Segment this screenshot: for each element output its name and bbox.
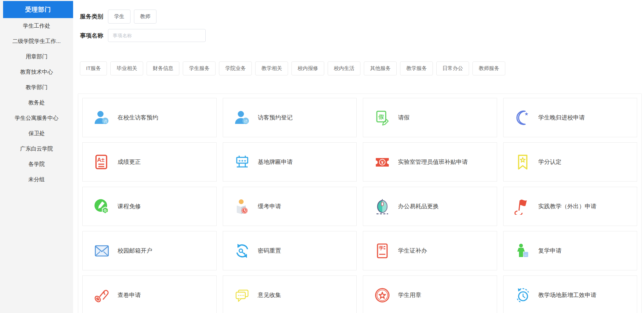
exempt-course-icon: 免 [94,198,110,215]
service-card[interactable]: 学生晚归进校申请 [503,98,638,137]
student-card-icon: 学 [374,243,390,259]
visitor-person-icon: 访 [234,110,250,126]
service-card[interactable]: 密码重置 [223,231,357,270]
item-name-input[interactable] [108,29,206,42]
bookmark-star-icon [515,154,531,170]
services-panel: 访 在校生访客预约 访 访客预约登记 假 请假 学生晚归进校申请 A± 成绩更正… [78,94,642,313]
services-grid: 访 在校生访客预约 访 访客预约登记 假 请假 学生晚归进校申请 A± 成绩更正… [82,98,637,313]
sidebar-item[interactable]: 教育技术中心 [0,64,73,80]
sidebar-item[interactable]: 广东白云学院 [0,141,73,156]
category-teacher-button[interactable]: 教师 [134,10,156,24]
svg-text:访: 访 [104,119,107,123]
sidebar-item-list: 学生工作处二级学院学生工作...用章部门教育技术中心教学部门教务处学生公寓服务中… [0,18,73,187]
signboard-icon: ★★★ [234,154,250,170]
service-card[interactable]: 学分认定 [503,142,638,182]
service-card[interactable]: 办公易耗品更换 [363,187,497,226]
svg-text:★★★: ★★★ [238,159,246,162]
service-card[interactable]: 缓考申请 [223,187,357,226]
visitor-person-icon: 访 [94,110,110,126]
item-name-filter-row: 事项名称 [80,29,644,42]
sidebar-item[interactable]: 教务处 [0,95,73,110]
sidebar-item[interactable]: 学生公寓服务中心 [0,110,73,126]
service-card[interactable]: 实践教学（外出）申请 [503,187,638,226]
feedback-chat-icon [234,287,250,303]
category-tab[interactable]: 教学服务 [400,61,433,75]
category-tabs-row: IT服务毕业相关财务信息学生服务学院业务教学相关校内报修校内生活其他服务教学服务… [80,61,644,75]
service-category-label: 服务类别 [80,13,108,20]
resume-school-icon: ← [515,243,531,259]
category-tab[interactable]: 日常办公 [436,61,469,75]
mouse-icon [374,198,390,215]
ticket-yen-icon: ¥ [374,154,390,170]
sidebar-header-accepting-department[interactable]: 受理部门 [3,1,73,18]
sidebar-item[interactable]: 未分组 [0,172,73,187]
service-card[interactable]: 学 学生证补办 [363,231,497,270]
sidebar-item[interactable]: 二级学院学生工作... [0,33,73,49]
svg-text:访: 访 [244,119,247,123]
leave-note-icon: 假 [374,110,390,126]
password-reset-icon [234,243,250,259]
deferred-exam-icon [234,198,250,215]
svg-text:学: 学 [379,245,384,251]
service-card[interactable]: 校园邮箱开户 [82,231,217,270]
category-tab[interactable]: 毕业相关 [110,61,143,75]
service-card[interactable]: 免 课程免修 [82,187,217,226]
service-card[interactable]: ★★★ 基地牌匾申请 [223,142,357,182]
svg-text:假: 假 [378,114,384,120]
service-card[interactable]: 意见收集 [223,275,357,313]
service-card[interactable]: 访 在校生访客预约 [82,98,217,137]
envelope-icon [94,243,110,259]
sidebar-item[interactable]: 用章部门 [0,49,73,64]
service-card[interactable]: 查卷申请 [82,275,217,313]
svg-text:←: ← [524,252,528,257]
exam-scroll-icon [94,287,110,303]
category-tab[interactable]: IT服务 [80,61,107,75]
service-card[interactable]: 假 请假 [363,98,497,137]
grade-doc-icon: A± [94,154,110,170]
service-card[interactable]: 教学场地新增工效申请 [503,275,638,313]
category-tab[interactable]: 学院业务 [219,61,252,75]
svg-text:A±: A± [97,157,105,163]
svg-text:¥: ¥ [381,159,384,165]
sidebar-item[interactable]: 学生工作处 [0,18,73,33]
sidebar-item[interactable]: 各学院 [0,156,73,172]
category-tab[interactable]: 其他服务 [364,61,397,75]
department-sidebar: 受理部门 学生工作处二级学院学生工作...用章部门教育技术中心教学部门教务处学生… [0,0,73,313]
service-card[interactable]: 学生用章 [363,275,497,313]
category-tab[interactable]: 学生服务 [183,61,216,75]
service-card[interactable]: ← 复学申请 [503,231,638,270]
category-tab[interactable]: 教学相关 [255,61,288,75]
service-card[interactable]: ¥ 实验室管理员值班补贴申请 [363,142,497,182]
service-card[interactable]: 访 访客预约登记 [223,98,357,137]
category-tab[interactable]: 校内生活 [328,61,360,75]
sidebar-item[interactable]: 教学部门 [0,80,73,95]
main-content: 服务类别 学生 教师 事项名称 IT服务毕业相关财务信息学生服务学院业务教学相关… [73,0,644,313]
service-card[interactable]: A± 成绩更正 [82,142,217,182]
category-tab[interactable]: 校内报修 [291,61,324,75]
moon-star-icon [515,110,531,126]
category-tab[interactable]: 财务信息 [147,61,179,75]
category-student-button[interactable]: 学生 [108,10,131,24]
item-name-label: 事项名称 [80,32,108,40]
service-category-filter-row: 服务类别 学生 教师 [80,10,644,24]
work-clock-icon [515,287,531,303]
flag-icon [515,198,531,215]
stamp-star-icon [374,287,390,303]
category-tab[interactable]: 教师服务 [472,61,505,75]
svg-text:免: 免 [104,208,107,212]
sidebar-item[interactable]: 保卫处 [0,126,73,141]
